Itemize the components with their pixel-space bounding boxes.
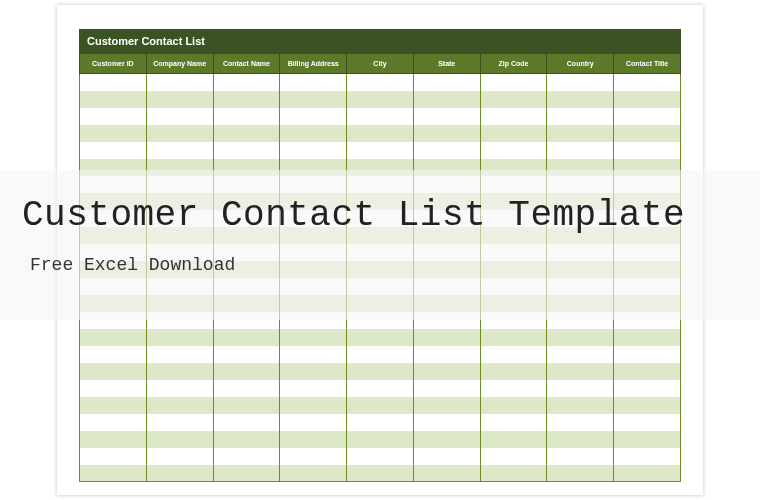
table-cell [614, 125, 681, 142]
table-cell [480, 448, 547, 465]
table-cell [280, 448, 347, 465]
table-row [80, 91, 681, 108]
col-billing-address: Billing Address [280, 54, 347, 74]
table-cell [413, 108, 480, 125]
table-cell [80, 431, 147, 448]
table-cell [413, 329, 480, 346]
table-cell [614, 108, 681, 125]
table-cell [213, 125, 280, 142]
table-cell [213, 465, 280, 482]
table-cell [547, 142, 614, 159]
table-cell [614, 431, 681, 448]
col-city: City [347, 54, 414, 74]
table-cell [347, 108, 414, 125]
table-cell [614, 363, 681, 380]
table-cell [413, 414, 480, 431]
table-cell [614, 142, 681, 159]
table-cell [547, 363, 614, 380]
table-cell [614, 329, 681, 346]
table-row [80, 74, 681, 91]
table-cell [280, 414, 347, 431]
table-cell [280, 125, 347, 142]
overlay-title: Customer Contact List Template [22, 194, 760, 237]
table-cell [146, 363, 213, 380]
table-cell [614, 91, 681, 108]
table-cell [213, 380, 280, 397]
table-cell [547, 465, 614, 482]
table-cell [146, 125, 213, 142]
table-row [80, 431, 681, 448]
table-cell [480, 91, 547, 108]
table-cell [347, 346, 414, 363]
table-cell [413, 380, 480, 397]
col-contact-name: Contact Name [213, 54, 280, 74]
table-cell [413, 448, 480, 465]
table-cell [614, 448, 681, 465]
table-cell [280, 91, 347, 108]
col-country: Country [547, 54, 614, 74]
table-cell [480, 125, 547, 142]
table-cell [413, 397, 480, 414]
table-cell [347, 414, 414, 431]
table-cell [547, 108, 614, 125]
col-company-name: Company Name [146, 54, 213, 74]
table-cell [146, 380, 213, 397]
table-cell [213, 346, 280, 363]
table-cell [80, 414, 147, 431]
table-row [80, 329, 681, 346]
table-cell [347, 448, 414, 465]
table-cell [614, 397, 681, 414]
table-cell [280, 363, 347, 380]
table-cell [213, 74, 280, 91]
table-cell [480, 346, 547, 363]
table-cell [413, 465, 480, 482]
table-cell [413, 125, 480, 142]
table-cell [480, 108, 547, 125]
table-cell [213, 448, 280, 465]
table-cell [347, 125, 414, 142]
table-cell [80, 448, 147, 465]
table-cell [547, 329, 614, 346]
table-cell [347, 142, 414, 159]
table-cell [80, 329, 147, 346]
table-cell [547, 431, 614, 448]
table-cell [80, 125, 147, 142]
table-cell [213, 414, 280, 431]
table-cell [280, 346, 347, 363]
table-cell [146, 414, 213, 431]
table-cell [614, 380, 681, 397]
table-cell [413, 431, 480, 448]
table-cell [614, 414, 681, 431]
table-cell [547, 380, 614, 397]
table-row [80, 363, 681, 380]
table-cell [146, 74, 213, 91]
table-cell [80, 142, 147, 159]
table-cell [347, 74, 414, 91]
table-cell [80, 91, 147, 108]
sheet-title: Customer Contact List [79, 29, 681, 53]
table-row [80, 465, 681, 482]
table-cell [146, 142, 213, 159]
table-cell [480, 74, 547, 91]
table-cell [280, 465, 347, 482]
table-cell [614, 346, 681, 363]
table-cell [280, 380, 347, 397]
table-cell [480, 431, 547, 448]
col-customer-id: Customer ID [80, 54, 147, 74]
table-cell [347, 397, 414, 414]
table-cell [547, 91, 614, 108]
table-row [80, 380, 681, 397]
table-cell [614, 465, 681, 482]
table-row [80, 346, 681, 363]
table-cell [547, 448, 614, 465]
table-cell [413, 74, 480, 91]
table-cell [280, 142, 347, 159]
table-cell [413, 142, 480, 159]
table-cell [413, 363, 480, 380]
table-cell [480, 380, 547, 397]
col-state: State [413, 54, 480, 74]
table-cell [347, 329, 414, 346]
overlay-banner: Customer Contact List Template Free Exce… [0, 170, 760, 320]
table-cell [80, 397, 147, 414]
table-row [80, 108, 681, 125]
